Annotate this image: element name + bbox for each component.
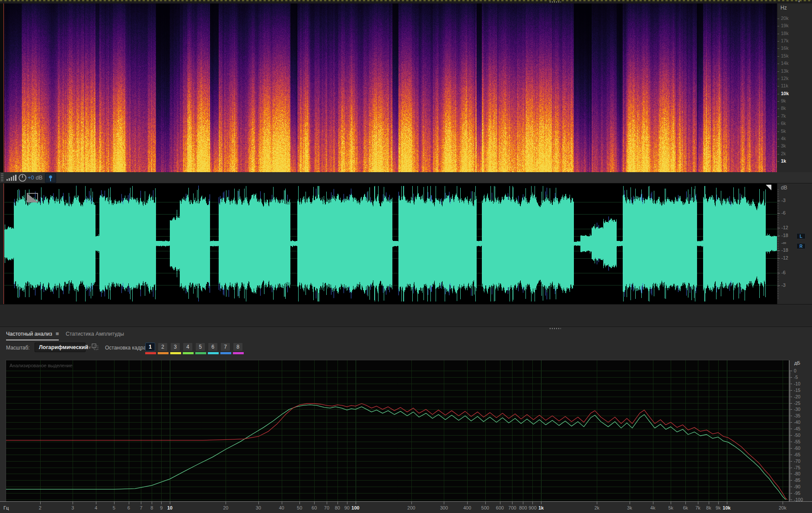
analysis-db-label: -70 xyxy=(794,458,800,464)
hz-tick xyxy=(777,71,779,72)
frame-hold-2-button[interactable]: 2 xyxy=(158,343,168,351)
hz-tick-label: 5k xyxy=(781,128,786,134)
tab-frequency-analysis[interactable]: Частотный анализ ≡ xyxy=(6,330,59,340)
analysis-freq-tick xyxy=(327,502,327,504)
analysis-db-tick xyxy=(790,474,792,474)
analyzed-selection-label: Анализированое выделение xyxy=(10,363,73,368)
hz-tick-label: 20k xyxy=(781,16,789,21)
db-axis-unit: дБ xyxy=(794,360,800,366)
clock-icon[interactable] xyxy=(18,173,27,182)
selection-corner-handle-icon[interactable] xyxy=(27,193,38,202)
hz-tick xyxy=(777,19,779,19)
gain-readout[interactable]: +0 dB xyxy=(28,174,42,181)
frame-hold-1-button[interactable]: 1 xyxy=(145,343,155,351)
analysis-freq-label: 3 xyxy=(65,505,80,510)
analysis-freq-tick xyxy=(356,502,356,504)
analysis-db-tick xyxy=(790,468,792,468)
waveform-display[interactable] xyxy=(4,183,777,304)
analysis-freq-label: 1k xyxy=(533,505,549,510)
hz-tick-label: 1k xyxy=(781,158,786,164)
toolbar-grip-handle[interactable] xyxy=(1,173,3,182)
channel-right-button[interactable]: R xyxy=(796,243,806,249)
panel-menu-icon[interactable]: ≡ xyxy=(56,330,59,337)
amplitude-scale-db[interactable]: dB L R -3-3-6-6-12-12-18-18-∞ xyxy=(777,183,812,304)
analysis-db-label: -40 xyxy=(794,420,800,425)
scale-select[interactable]: Логарифмический ∨ xyxy=(35,343,86,352)
analysis-db-tick xyxy=(790,500,792,500)
level-meter-icon[interactable] xyxy=(6,175,16,181)
hz-tick-label: 10k xyxy=(781,91,789,96)
db-minor-ticks xyxy=(777,189,779,300)
frame-hold-6-button[interactable]: 6 xyxy=(208,343,218,351)
channel-left-button[interactable]: L xyxy=(796,233,806,239)
spectral-frequency-scale[interactable]: Hz 20k19k18k17k16k15k14k13k12k11k10k9k8k… xyxy=(777,3,812,172)
analysis-freq-label: 10 xyxy=(162,505,178,510)
analysis-db-tick xyxy=(790,377,792,378)
hold-button-cell: 1 xyxy=(145,343,156,354)
analysis-freq-tick xyxy=(314,502,315,504)
analysis-db-tick xyxy=(790,371,792,371)
analysis-freq-label: 2k xyxy=(589,505,605,510)
frame-hold-8-button[interactable]: 8 xyxy=(233,343,243,351)
copy-graph-icon[interactable] xyxy=(92,343,99,350)
hz-tick-label: 17k xyxy=(781,38,789,43)
db-center-label: -∞ xyxy=(781,240,787,245)
analysis-db-label: -15 xyxy=(794,388,800,393)
gain-unit: dB xyxy=(35,174,42,181)
hz-tick-label: 15k xyxy=(781,53,789,58)
analysis-db-tick xyxy=(790,429,792,429)
analysis-freq-tick xyxy=(597,502,597,504)
pin-playhead-button[interactable] xyxy=(45,173,56,183)
analysis-freq-tick xyxy=(532,502,533,504)
analysis-db-scale: дБ 0-5-10-15-20-25-30-35-40-45-50-55-60-… xyxy=(789,360,812,501)
analysis-freq-label: 10k xyxy=(719,505,735,510)
analysis-db-tick xyxy=(790,422,792,423)
tab-amplitude-statistics[interactable]: Статистика Амплитуды xyxy=(66,331,124,337)
db-tick-label: -6 xyxy=(781,210,786,215)
analysis-db-label: -95 xyxy=(794,491,800,496)
analysis-plot[interactable] xyxy=(6,360,789,501)
analysis-freq-label: 5k xyxy=(663,505,678,510)
hz-tick-label: 14k xyxy=(781,61,789,66)
db-tick-label: -3 xyxy=(781,282,786,288)
analysis-freq-label: 20 xyxy=(218,505,233,510)
analysis-db-label: -75 xyxy=(794,465,800,470)
hz-tick xyxy=(777,41,779,42)
analysis-db-tick xyxy=(790,455,792,455)
analysis-db-label: -90 xyxy=(794,484,800,489)
analysis-db-tick xyxy=(790,397,792,397)
analysis-freq-tick xyxy=(170,502,170,504)
panel-menu-caret-icon[interactable]: ▼ xyxy=(797,0,801,3)
frame-hold-4-button[interactable]: 4 xyxy=(183,343,193,351)
hold-button-cell: 7 xyxy=(220,343,231,354)
hold-label: Остановка кадра: xyxy=(105,345,147,351)
hz-tick xyxy=(777,154,779,154)
transport-bar: 0:00.000 {}{} ▲ xyxy=(0,304,812,327)
frame-hold-3-button[interactable]: 3 xyxy=(170,343,180,351)
analysis-db-label: -25 xyxy=(794,401,800,406)
analysis-freq-tick xyxy=(698,502,698,504)
analysis-db-label: -45 xyxy=(794,426,800,431)
analysis-freq-label: 20k xyxy=(775,505,790,510)
hz-tick xyxy=(777,161,779,162)
playhead-waveform[interactable] xyxy=(3,183,4,304)
frame-hold-color-bar xyxy=(233,352,244,354)
frame-hold-5-button[interactable]: 5 xyxy=(195,343,205,351)
spectrogram-display[interactable] xyxy=(4,3,777,172)
analysis-freq-tick xyxy=(727,502,727,504)
hz-axis-unit: Hz xyxy=(780,5,787,11)
frame-hold-7-button[interactable]: 7 xyxy=(220,343,230,351)
analysis-freq-tick xyxy=(444,502,444,504)
playhead-spectrogram[interactable] xyxy=(3,3,4,172)
hz-tick-label: 7k xyxy=(781,113,786,119)
analysis-freq-tick xyxy=(467,502,468,504)
hz-tick-label: 19k xyxy=(781,23,789,28)
frame-hold-color-bar xyxy=(183,352,194,354)
selection-dashes xyxy=(0,0,812,1)
analysis-freq-tick xyxy=(541,502,541,504)
panel-grip-handle[interactable] xyxy=(550,1,561,3)
analysis-freq-label: 400 xyxy=(459,505,475,510)
analysis-freq-tick xyxy=(347,502,347,504)
panel-grip-handle[interactable] xyxy=(550,328,561,329)
hz-tick xyxy=(777,86,779,87)
